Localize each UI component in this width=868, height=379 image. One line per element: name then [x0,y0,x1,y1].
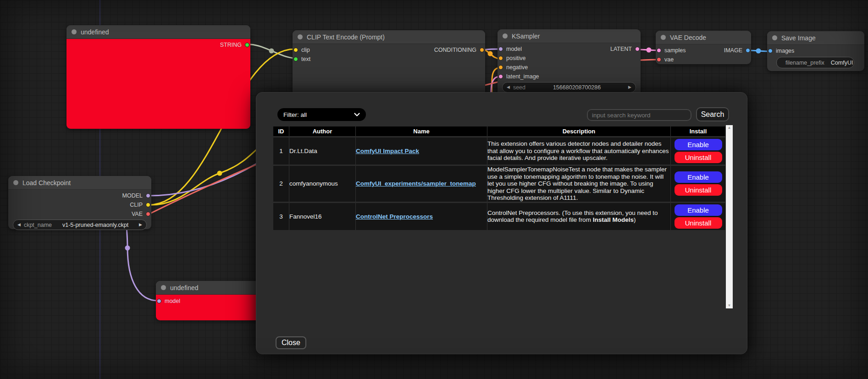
node-body: images filename_prefix ComfyUI [767,45,864,71]
table-header-row: IDAuthorNameDescriptionInstall [273,126,726,136]
extension-id: 3 [273,203,289,230]
ckpt-name-widget[interactable]: ◀ ckpt_name v1-5-pruned-emaonly.ckpt ▶ [13,220,147,230]
table-scrollbar[interactable]: ▲ ▼ [726,125,733,308]
widget-value: ComfyUI [831,60,853,66]
input-slot-label: samples [664,47,686,54]
input-slot-label: vae [664,56,674,63]
node-collapse-dot-icon[interactable] [161,285,166,290]
uninstall-button[interactable]: Uninstall [674,217,722,229]
extension-description: This extension offers various detector n… [487,137,671,165]
description-text: ) [634,216,636,223]
table-row: 1Dr.Lt.DataComfyUI Impact PackThis exten… [273,137,726,165]
enable-button[interactable]: Enable [674,139,722,150]
node-collapse-dot-icon[interactable] [72,29,77,34]
input-slot-label: negative [506,64,528,71]
node-body: STRING [66,39,250,129]
input-slot-dot[interactable] [768,49,773,53]
output-slot-label: VAE [132,211,143,217]
node-collapse-dot-icon[interactable] [661,35,666,40]
extension-id: 1 [273,137,289,165]
extension-id: 2 [273,166,289,202]
node-body: MODEL CLIP VAE ◀ ckpt_name v1-5-pruned-e… [8,190,151,229]
filename-prefix-widget[interactable]: filename_prefix ComfyUI [776,57,854,68]
node-title-bar: KSampler [498,29,641,43]
close-button[interactable]: Close [276,336,306,349]
node-vae-decode[interactable]: VAE Decode samples IMAGE vae [656,31,751,64]
enable-button[interactable]: Enable [674,204,722,216]
enable-button[interactable]: Enable [674,171,722,183]
seed-widget[interactable]: ◀ seed 156680208700286 ▶ [502,82,636,93]
decrement-arrow-icon[interactable]: ◀ [17,220,21,230]
column-header: Description [487,126,671,136]
node-title-bar: VAE Decode [656,31,751,44]
wire-midpoint-dot [488,51,493,56]
scroll-down-icon[interactable]: ▼ [728,303,731,308]
input-slot-label: images [776,48,794,54]
extension-link[interactable]: ComfyUI_experiments/sampler_tonemap [356,180,476,187]
node-title-bar: Load Checkpoint [8,176,151,190]
comfyui-canvas[interactable]: { "nodes": { "undefinedTop": { "title": … [0,0,868,379]
output-slot-label: MODEL [122,192,143,199]
node-load-checkpoint[interactable]: Load Checkpoint MODEL CLIP VAE ◀ ckpt_na… [8,176,151,229]
node-body: model [156,295,266,320]
output-slot-dot[interactable] [146,193,150,198]
node-title-bar: CLIP Text Encode (Prompt) [293,30,485,44]
uninstall-button[interactable]: Uninstall [674,152,722,163]
install-cell: EnableUninstall [671,137,726,165]
extension-link[interactable]: ComfyUI Impact Pack [356,148,419,154]
input-slot-dot[interactable] [657,57,661,62]
decrement-arrow-icon[interactable]: ◀ [507,82,510,92]
node-title-bar: Save Image [767,31,864,45]
output-slot-dot[interactable] [146,203,150,207]
node-collapse-dot-icon[interactable] [298,34,303,39]
input-slot-dot[interactable] [498,56,503,60]
input-slot-dot[interactable] [293,57,298,61]
node-collapse-dot-icon[interactable] [772,35,777,40]
node-title: Save Image [781,34,816,42]
input-slot-label: latent_image [506,73,539,80]
input-slot-label: text [301,56,310,62]
output-slot-dot[interactable] [245,43,249,47]
output-slot-dot[interactable] [146,212,150,216]
input-slot-dot[interactable] [657,48,661,53]
node-title-bar: undefined [66,25,250,39]
increment-arrow-icon[interactable]: ▶ [139,220,142,230]
filter-dropdown-label: Filter: all [283,111,307,118]
filter-dropdown[interactable]: Filter: all [277,108,366,121]
node-collapse-dot-icon[interactable] [503,33,508,38]
input-slot-dot[interactable] [293,48,298,52]
chevron-down-icon [354,113,360,117]
install-cell: EnableUninstall [671,166,726,202]
search-button[interactable]: Search [696,107,729,121]
node-save-image[interactable]: Save Image images filename_prefix ComfyU… [767,31,864,71]
description-text: ModelSamplerTonemapNoiseTest a node that… [487,166,667,201]
increment-arrow-icon[interactable]: ▶ [628,82,631,92]
output-slot-label: CLIP [130,202,143,208]
node-title: CLIP Text Encode (Prompt) [307,33,385,41]
input-slot-dot[interactable] [498,74,503,79]
node-undefined-top[interactable]: undefined STRING [66,25,250,129]
node-title-bar: undefined [156,281,266,295]
extension-link[interactable]: ControlNet Preprocessors [356,213,433,220]
extension-author: Fannovel16 [289,203,356,230]
manager-dialog: Filter: all Search IDAuthorNameDescripti… [256,92,747,354]
output-slot-dot[interactable] [635,47,640,51]
node-title: undefined [81,28,109,36]
node-collapse-dot-icon[interactable] [13,180,18,185]
input-slot-dot[interactable] [498,47,503,51]
output-slot-dot[interactable] [480,48,484,52]
output-slot-dot[interactable] [746,48,750,53]
search-input[interactable] [587,109,691,121]
uninstall-button[interactable]: Uninstall [674,184,722,196]
wire-midpoint-dot [269,49,274,54]
install-cell: EnableUninstall [671,203,726,230]
column-header: Install [671,126,726,136]
node-title: KSampler [512,33,540,40]
extension-description: ControlNet Preprocessors. (To use this e… [487,203,671,230]
input-slot-dot[interactable] [498,65,503,70]
table-row: 2comfyanonymousComfyUI_experiments/sampl… [273,166,726,202]
node-undefined-bottom[interactable]: undefined model [156,281,266,320]
scroll-up-icon[interactable]: ▲ [728,125,731,131]
input-slot-dot[interactable] [157,299,161,303]
input-slot-label: model [506,46,522,52]
